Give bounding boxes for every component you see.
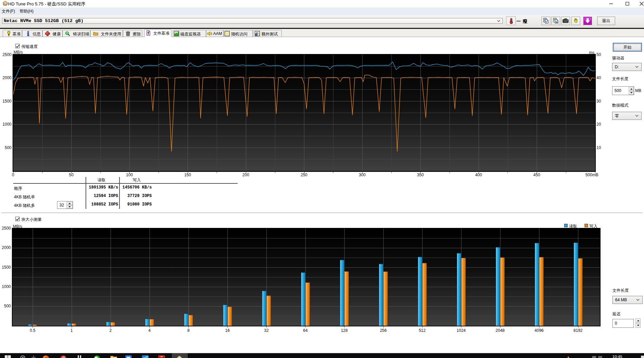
bot-chart-ytick: 1500 — [0, 265, 11, 270]
info-icon — [25, 31, 31, 36]
top-chart-rtick: 20 — [596, 122, 601, 127]
delay-up-button[interactable] — [636, 318, 641, 323]
firefox-icon[interactable] — [42, 355, 49, 358]
start-button[interactable]: 开始 — [613, 43, 642, 52]
copy-image-button[interactable] — [551, 17, 560, 25]
transfer-speed-checkbox[interactable] — [15, 44, 20, 48]
bot-chart-xtick: 16 — [217, 328, 238, 333]
block-file-length-select[interactable]: 64 MB — [612, 296, 643, 304]
tab-label: 额外测试 — [261, 31, 278, 37]
aam-icon — [207, 31, 213, 36]
data-pattern-select[interactable]: 零 — [612, 112, 642, 120]
tray-orange-icon[interactable] — [566, 355, 573, 358]
chevron-down-icon — [635, 115, 639, 117]
delay-down-button[interactable] — [636, 323, 641, 328]
chevron-down-icon — [636, 299, 640, 301]
block-size-checkbox[interactable] — [15, 217, 20, 221]
app-red-icon[interactable] — [158, 355, 165, 358]
windows-start-icon[interactable] — [5, 355, 12, 358]
temperature-value: 一癈 — [516, 18, 530, 24]
thermometer-icon — [509, 18, 514, 24]
temperature-button[interactable] — [506, 16, 516, 25]
benchmark-icon — [6, 31, 12, 36]
block-size-label: 块大小测量 — [21, 217, 42, 222]
tab-random-access[interactable]: 随机访问 — [223, 30, 253, 37]
tab-label: 基准 — [13, 31, 21, 37]
tab-erase[interactable]: 擦除 — [123, 30, 142, 37]
app-blue-icon[interactable] — [125, 355, 132, 358]
file-length-spinner[interactable]: 500 — [612, 86, 634, 95]
menu-file[interactable]: 文件(F) — [1, 8, 16, 14]
bot-chart-xtick: 8192 — [568, 328, 588, 333]
close-button[interactable] — [637, 0, 644, 7]
erase-icon — [125, 31, 131, 36]
tab-label: 磁盘监视器 — [181, 31, 201, 37]
search-icon[interactable] — [20, 355, 27, 358]
top-chart-xtick: 200 — [236, 173, 256, 177]
tab-file-benchmark[interactable]: 文件基准 — [144, 29, 171, 37]
top-chart-rtick: 40 — [596, 75, 601, 80]
taskbar-active-app[interactable] — [172, 353, 188, 358]
delay-input[interactable]: 0 — [612, 319, 634, 328]
app-teal-icon[interactable] — [142, 355, 149, 358]
tab-error-scan[interactable]: 错误扫描 — [62, 30, 90, 37]
delay-label: 延迟 — [612, 311, 621, 317]
folder-usage-icon — [93, 31, 98, 36]
chevron-down-icon — [635, 66, 639, 68]
tab-label: 文件基准 — [153, 31, 170, 36]
title-bar: HD Tune Pro 5.75 - 硬盘/SSD 实用程序 — [0, 0, 644, 7]
bot-chart-ytick: 1000 — [0, 284, 11, 289]
top-chart-rtick: 10 — [596, 145, 601, 150]
top-chart-xtick: 500mB — [582, 173, 602, 177]
tab-disk-monitor[interactable]: 磁盘监视器 — [173, 30, 206, 37]
arrow-up-icon — [630, 88, 632, 90]
drive-label: 驱动器 — [612, 55, 624, 61]
error-scan-icon — [65, 31, 70, 36]
pin-icon[interactable] — [32, 355, 38, 358]
options-button[interactable] — [571, 17, 580, 25]
show-desktop-button[interactable] — [641, 356, 644, 358]
menu-help[interactable]: 帮助(H) — [19, 8, 34, 14]
drive-letter-select[interactable]: D: — [612, 63, 642, 71]
file-benchmark-page: 传输速度 MB/s ms 2500200015001000500 5040302… — [0, 37, 644, 353]
window-title: HD Tune Pro 5.75 - 硬盘/SSD 实用程序 — [8, 1, 86, 7]
drive-select[interactable]: Netac NVMe SSD 512GB (512 gB) — [2, 18, 503, 24]
explorer-icon[interactable] — [110, 355, 117, 358]
top-chart-xtick: 100 — [119, 173, 140, 177]
taskbar-clock: 10:45 — [612, 355, 622, 358]
copy-text-button[interactable] — [541, 17, 550, 25]
queue-depth-value: 32 — [59, 203, 64, 208]
legend-read-swatch — [564, 224, 568, 227]
file-length-unit: MB — [635, 88, 641, 93]
bot-chart-xtick: 2 — [100, 328, 121, 333]
top-chart-xtick: 350 — [410, 173, 430, 177]
tab-benchmark[interactable]: 基准 — [3, 30, 22, 37]
minimize-button[interactable] — [606, 0, 616, 7]
bot-chart-xtick: 0.5 — [22, 328, 43, 333]
top-chart-xtick: 50 — [61, 173, 81, 177]
screenshot-button[interactable] — [561, 17, 570, 25]
tray-icon[interactable] — [592, 356, 596, 358]
tab-folder-usage[interactable]: 文件夹使用 — [90, 30, 123, 37]
pause-icon[interactable] — [77, 355, 84, 358]
rand-single-write-value: 37729 IOPS — [102, 194, 152, 198]
bot-chart-ytick: 2500 — [0, 226, 11, 231]
file-length-down-button[interactable] — [629, 91, 634, 95]
wechat-icon[interactable] — [94, 355, 100, 358]
maximize-button[interactable] — [622, 0, 632, 7]
tray-icon[interactable] — [598, 356, 602, 358]
tab-aam[interactable]: AAM — [206, 30, 223, 37]
top-chart-xtick: 150 — [178, 173, 198, 177]
exit-button[interactable]: 退出 — [597, 17, 615, 25]
drive-select-value: Netac NVMe SSD 512GB (512 gB) — [4, 18, 84, 23]
block-size-chart — [12, 228, 601, 327]
bot-chart-xtick: 128 — [334, 328, 354, 333]
music-icon[interactable] — [60, 355, 67, 358]
save-button[interactable] — [583, 17, 592, 25]
top-chart-rtick: 50 — [596, 52, 601, 57]
bot-chart-xtick: 512 — [412, 328, 433, 333]
tab-info[interactable]: 信息 — [22, 30, 42, 37]
file-length-up-button[interactable] — [629, 87, 634, 91]
tab-extra-tests[interactable]: 额外测试 — [253, 30, 282, 37]
tab-health[interactable]: 健康 — [42, 30, 62, 37]
